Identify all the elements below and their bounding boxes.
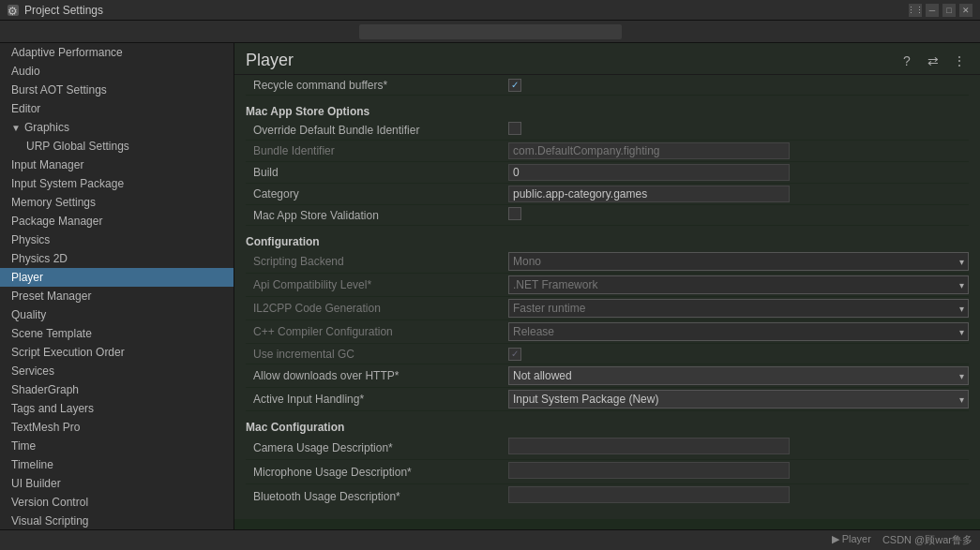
sidebar-item-label: Adaptive Performance [11,46,123,59]
sidebar-item-editor[interactable]: Editor [0,99,234,118]
row-label-bluetooth-usage: Bluetooth Usage Description* [246,490,508,503]
settings-row-il2cpp-codegen: IL2CPP Code GenerationFaster runtime▾ [246,297,969,320]
dropdown-arrow-scripting-backend: ▾ [959,257,964,267]
close-btn[interactable]: ✕ [959,4,972,17]
more-options-btn[interactable]: ⋮⋮ [909,4,922,17]
status-bar: ▶ Player CSDN @顾war鲁多 [0,529,980,550]
checkbox-override-bundle[interactable] [508,122,521,135]
dropdown-cpp-compiler[interactable]: Release▾ [508,322,969,341]
settings-row-mac-validation: Mac App Store Validation [246,205,969,226]
sidebar-item-burst-aot[interactable]: Burst AOT Settings [0,81,234,99]
row-value-api-compat: .NET Framework▾ [508,275,969,294]
checkbox-incremental-gc[interactable] [508,348,521,361]
sidebar-item-label: Quality [11,308,46,321]
sidebar-item-label: Editor [11,102,40,115]
sidebar-item-visual-scripting[interactable]: Visual Scripting [0,512,234,530]
text-field-bundle-identifier[interactable]: com.DefaultCompany.fighting [508,142,790,159]
sidebar-item-label: UI Builder [11,477,61,490]
row-value-top-row [508,78,969,92]
sidebar-item-scene-template[interactable]: Scene Template [0,324,234,343]
content-body: Recycle command buffers*Mac App Store Op… [234,75,980,519]
settings-row-scripting-backend: Scripting BackendMono▾ [246,250,969,274]
sidebar-item-version-control[interactable]: Version Control [0,493,234,512]
checkbox-mac-validation[interactable] [508,207,521,220]
sidebar-item-label: TextMesh Pro [11,421,80,434]
dropdown-il2cpp-codegen[interactable]: Faster runtime▾ [508,299,969,318]
dropdown-text-allow-downloads: Not allowed [513,369,572,382]
sidebar-item-label: Physics [11,233,50,246]
dropdown-active-input[interactable]: Input System Package (New)▾ [508,390,969,409]
sidebar-item-input-manager[interactable]: Input Manager [0,156,234,174]
sidebar-item-preset-manager[interactable]: Preset Manager [0,287,234,305]
sidebar-item-label: Timeline [11,458,53,471]
row-label-allow-downloads: Allow downloads over HTTP* [246,369,508,382]
sidebar-item-urp-global[interactable]: URP Global Settings [0,137,234,156]
title-bar-controls: ⋮⋮ ─ □ ✕ [909,4,972,17]
sidebar-item-input-system-package[interactable]: Input System Package [0,174,234,193]
main-layout: Adaptive PerformanceAudioBurst AOT Setti… [0,43,980,550]
sidebar-item-package-manager[interactable]: Package Manager [0,212,234,230]
sidebar-item-tags-and-layers[interactable]: Tags and Layers [0,399,234,418]
row-label-mac-validation: Mac App Store Validation [246,209,508,222]
dropdown-text-cpp-compiler: Release [513,325,554,338]
sidebar-item-quality[interactable]: Quality [0,305,234,324]
dropdown-text-il2cpp-codegen: Faster runtime [513,302,585,315]
checkbox-top-row[interactable] [508,79,521,92]
sidebar-item-label: Package Manager [11,215,102,228]
dropdown-api-compat[interactable]: .NET Framework▾ [508,275,969,294]
sidebar-item-label: Tags and Layers [11,402,94,415]
sidebar-item-label: Input Manager [11,158,83,171]
sidebar-item-script-execution-order[interactable]: Script Execution Order [0,343,234,362]
dropdown-scripting-backend[interactable]: Mono▾ [508,252,969,271]
sidebar-item-label: Graphics [24,121,69,134]
settings-button[interactable]: ⇄ [924,52,942,70]
more-button[interactable]: ⋮ [950,52,969,70]
help-button[interactable]: ? [897,52,916,70]
sidebar-item-textmesh-pro[interactable]: TextMesh Pro [0,418,234,437]
minimize-btn[interactable]: ─ [926,4,939,17]
row-label-bundle-identifier: Bundle Identifier [246,144,508,157]
sidebar-item-audio[interactable]: Audio [0,62,234,81]
status-player: ▶ Player [832,533,871,547]
sidebar-item-label: Physics 2D [11,252,68,265]
row-value-category: public.app-category.games [508,186,969,202]
row-value-active-input: Input System Package (New)▾ [508,390,969,409]
sidebar-item-memory-settings[interactable]: Memory Settings [0,193,234,212]
row-label-camera-usage: Camera Usage Description* [246,441,508,454]
sidebar-item-adaptive-performance[interactable]: Adaptive Performance [0,43,234,62]
sidebar: Adaptive PerformanceAudioBurst AOT Setti… [0,43,234,550]
sidebar-item-label: Burst AOT Settings [11,83,107,97]
row-label-active-input: Active Input Handling* [246,393,508,406]
text-field-camera-usage[interactable] [508,438,790,454]
sidebar-item-shadergraph[interactable]: ShaderGraph [0,380,234,399]
sidebar-item-label: Preset Manager [11,290,91,303]
row-value-build: 0 [508,164,969,181]
row-label-override-bundle: Override Default Bundle Identifier [246,124,508,137]
sidebar-item-player[interactable]: Player [0,268,234,287]
settings-row-incremental-gc: Use incremental GC [246,344,969,364]
search-bar [0,21,980,43]
settings-row-top-row: Recycle command buffers* [246,75,969,96]
dropdown-allow-downloads[interactable]: Not allowed▾ [508,366,969,385]
sidebar-item-label: Input System Package [11,177,124,190]
sidebar-item-timeline[interactable]: Timeline [0,455,234,474]
text-field-microphone-usage[interactable] [508,462,790,479]
row-value-cpp-compiler: Release▾ [508,322,969,341]
text-field-build[interactable]: 0 [508,164,790,181]
dropdown-text-active-input: Input System Package (New) [513,393,658,406]
title-bar-text: Project Settings [24,4,909,17]
sidebar-item-ui-builder[interactable]: UI Builder [0,474,234,493]
sidebar-item-time[interactable]: Time [0,437,234,455]
settings-row-microphone-usage: Microphone Usage Description* [246,460,969,484]
row-label-incremental-gc: Use incremental GC [246,348,508,361]
search-input[interactable] [359,24,622,39]
sidebar-item-physics-2d[interactable]: Physics 2D [0,249,234,268]
sidebar-item-graphics[interactable]: ▼Graphics [0,118,234,137]
settings-row-category: Categorypublic.app-category.games [246,184,969,205]
sidebar-item-physics[interactable]: Physics [0,230,234,249]
maximize-btn[interactable]: □ [942,4,956,17]
text-field-bluetooth-usage[interactable] [508,486,790,503]
sidebar-item-services[interactable]: Services [0,362,234,380]
row-value-override-bundle [508,122,969,138]
text-field-category[interactable]: public.app-category.games [508,186,790,202]
